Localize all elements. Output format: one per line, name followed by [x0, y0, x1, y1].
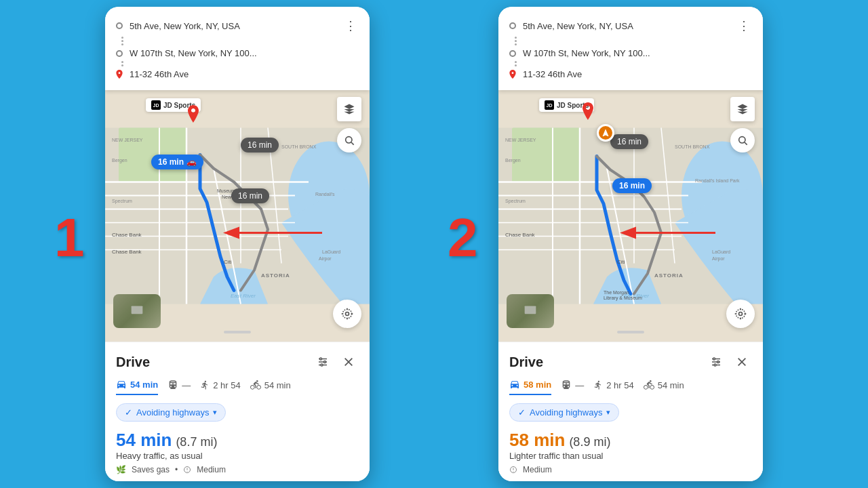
svg-text:SOUTH BRONX: SOUTH BRONX — [281, 144, 317, 149]
tab-transit-1[interactable]: — — [167, 379, 191, 395]
map-layers-btn-2[interactable] — [730, 97, 755, 121]
phone2-wrapper: 2 5th Ave, New York, NY, USA ⋮ — [434, 7, 827, 481]
extra-info-1: 🌿 Saves gas • Medium — [116, 465, 359, 481]
transport-tabs-2: 58 min — 2 hr 54 54 min — [509, 379, 752, 395]
svg-point-85 — [713, 358, 715, 360]
svg-text:Airpor: Airpor — [712, 256, 725, 262]
svg-text:Bergen: Bergen — [505, 158, 521, 163]
svg-point-40 — [324, 361, 326, 363]
filter-btn-2[interactable] — [706, 352, 726, 372]
svg-point-87 — [714, 364, 716, 366]
result-row-1: 54 min(8.7 mi) — [116, 430, 359, 451]
route-stop3-1: 11-32 46th Ave — [130, 69, 359, 79]
phone1-screen: 5th Ave, New York, NY, USA ⋮ W 107th St,… — [105, 7, 370, 481]
map-search-btn-1[interactable] — [337, 128, 361, 152]
tab-car-1[interactable]: 54 min — [116, 379, 158, 395]
route-dots-4 — [515, 61, 517, 66]
tab-bike-2[interactable]: 54 min — [644, 379, 684, 395]
svg-text:Citi: Citi — [617, 259, 625, 265]
svg-text:NEW JERSEY: NEW JERSEY — [112, 138, 143, 142]
svg-text:JD: JD — [153, 103, 159, 108]
phone2-screen: 5th Ave, New York, NY, USA ⋮ W 107th St,… — [498, 7, 763, 481]
route-chip-main-2: 16 min — [612, 178, 652, 193]
svg-point-86 — [717, 361, 719, 363]
svg-point-33 — [346, 312, 349, 316]
destination-icon-2 — [509, 70, 516, 79]
map-layers-btn-1[interactable] — [337, 97, 361, 121]
waypoint-icon-1 — [116, 50, 123, 57]
drive-header-1: Drive — [116, 352, 359, 372]
drive-header-2: Drive — [509, 352, 752, 372]
svg-text:LaGuard: LaGuard — [712, 249, 730, 254]
tab-walk-2[interactable]: 2 hr 54 — [593, 379, 633, 395]
drive-title-1: Drive — [116, 354, 150, 370]
svg-point-80 — [736, 309, 745, 318]
svg-text:Spectrum: Spectrum — [112, 199, 132, 204]
tab-transit-2[interactable]: — — [561, 379, 584, 395]
svg-text:JD: JD — [547, 103, 553, 108]
circle-icon-1 — [183, 466, 191, 474]
svg-text:Bergen: Bergen — [112, 158, 127, 163]
avoiding-tag-2[interactable]: ✓ Avoiding highways ▾ — [509, 403, 619, 422]
svg-text:Citi: Citi — [224, 259, 232, 265]
route-panel-1: 5th Ave, New York, NY, USA ⋮ W 107th St,… — [105, 7, 370, 90]
main-container: 1 5th Ave, New York, NY, USA ⋮ — [0, 0, 868, 488]
svg-point-31 — [346, 137, 352, 143]
bottom-panel-2: Drive 58 min — [498, 342, 763, 481]
route-dots-1 — [121, 37, 123, 45]
svg-text:ASTORIA: ASTORIA — [261, 272, 290, 279]
route-stop1-2: 5th Ave, New York, NY, USA — [523, 21, 729, 31]
number-label-2: 2 — [448, 207, 478, 269]
route-row-2: 5th Ave, New York, NY, USA ⋮ — [509, 15, 752, 37]
svg-text:Chase Bank: Chase Bank — [112, 232, 142, 238]
close-btn-2[interactable] — [732, 352, 752, 372]
svg-text:LaGuard: LaGuard — [322, 249, 340, 254]
route-row-1: 5th Ave, New York, NY, USA ⋮ — [116, 15, 359, 37]
svg-point-77 — [739, 137, 745, 143]
circle-icon-2 — [509, 466, 517, 474]
drive-header-btns-2 — [706, 352, 752, 372]
tab-bike-1[interactable]: 54 min — [250, 379, 291, 395]
more-btn-2[interactable]: ⋮ — [736, 18, 752, 34]
svg-text:Chase Bank: Chase Bank — [112, 249, 142, 255]
filter-btn-1[interactable] — [313, 352, 333, 372]
map-locate-btn-2[interactable] — [726, 300, 755, 328]
avoiding-tag-1[interactable]: ✓ Avoiding highways ▾ — [116, 403, 226, 422]
route-panel-2: 5th Ave, New York, NY, USA ⋮ W 107th St,… — [498, 7, 763, 90]
route-dots-3 — [515, 37, 517, 45]
map-locate-btn-1[interactable] — [333, 300, 361, 328]
close-btn-1[interactable] — [338, 352, 359, 372]
bottom-panel-1: Drive 54 min — [105, 342, 370, 481]
phone1-wrapper: 1 5th Ave, New York, NY, USA ⋮ — [41, 7, 434, 481]
map-search-btn-2[interactable] — [730, 128, 755, 152]
svg-text:Randall's: Randall's — [315, 192, 335, 197]
svg-text:SOUTH BRONX: SOUTH BRONX — [675, 144, 710, 149]
svg-text:Spectrum: Spectrum — [505, 199, 526, 204]
tab-car-2[interactable]: 58 min — [509, 379, 551, 395]
traffic-info-2: Lighter traffic than usual — [509, 451, 752, 461]
svg-text:Chase Bank: Chase Bank — [505, 232, 536, 238]
route-chip-alt1-2: 16 min — [610, 134, 648, 149]
transport-tabs-1: 54 min — 2 hr 54 54 min — [116, 379, 359, 395]
svg-text:The Morgan: The Morgan — [604, 290, 629, 296]
svg-point-79 — [739, 312, 743, 316]
more-btn-1[interactable]: ⋮ — [342, 18, 359, 34]
map-area-1: NEW JERSEY Bergen Spectrum Chase Bank Ch… — [105, 90, 370, 342]
origin-icon-2 — [509, 22, 516, 29]
svg-text:Library & Museum: Library & Museum — [604, 296, 642, 301]
origin-icon-1 — [116, 22, 123, 29]
svg-rect-81 — [525, 306, 536, 314]
extra-info-2: Medium — [509, 465, 752, 481]
route-chip-alt1-1: 16 min — [241, 138, 279, 152]
map-thumbnail-1 — [113, 294, 161, 328]
svg-text:NEW JERSEY: NEW JERSEY — [505, 138, 536, 142]
route-dots-2 — [121, 61, 123, 66]
svg-text:East River: East River — [231, 293, 256, 299]
map-thumbnail-2 — [507, 294, 554, 328]
route-stop1-1: 5th Ave, New York, NY, USA — [130, 21, 336, 31]
nav-indicator-2 — [597, 124, 614, 142]
tab-walk-1[interactable]: 2 hr 54 — [200, 379, 240, 395]
route-stop3-2: 11-32 46th Ave — [523, 69, 752, 79]
route-chip-main-1: 16 min 🚗 — [151, 155, 203, 169]
result-distance-2: (8.9 mi) — [569, 435, 610, 449]
